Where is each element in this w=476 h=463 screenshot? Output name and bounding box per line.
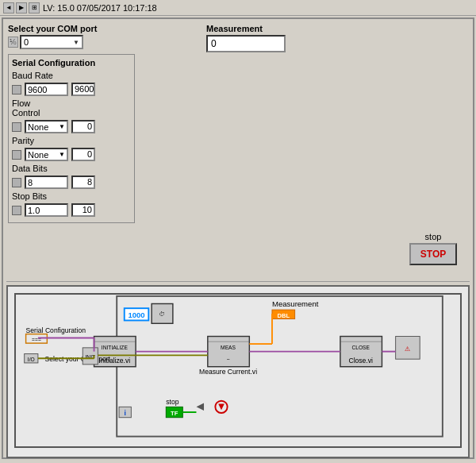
baud-rate-indicator: [12, 85, 21, 95]
baud-rate-label: Baud Rate: [12, 71, 60, 80]
stop-button[interactable]: STOP: [409, 243, 457, 265]
measurement-box: Measurement 0: [206, 24, 286, 52]
svg-text:INITIALIZE: INITIALIZE: [102, 345, 129, 350]
svg-text:MEAS: MEAS: [221, 345, 236, 350]
divider: [6, 281, 470, 282]
parity-display: 0: [71, 148, 95, 161]
baud-rate-display: 9600: [71, 83, 95, 96]
svg-text:⚠: ⚠: [405, 345, 410, 353]
flow-control-combo[interactable]: None ▼: [25, 120, 68, 133]
stop-bits-input[interactable]: [25, 203, 68, 217]
serial-config-box: Serial Configuration Baud Rate 9600 Flow…: [8, 54, 135, 223]
baud-rate-input-row: 9600: [12, 83, 131, 96]
svg-text:⏱: ⏱: [159, 311, 166, 318]
stop-area: stop STOP: [409, 232, 457, 265]
svg-text:I/O: I/O: [28, 357, 35, 362]
title-bar: ◄ ▶ ⊞ LV: 15.0 07/05/2017 10:17:18: [0, 0, 476, 16]
main-window: Select your COM port ⅟₀ 0 ▼ Serial Confi…: [2, 17, 474, 459]
svg-text:Serial Configuration: Serial Configuration: [26, 326, 86, 334]
stop-bits-indicator: [12, 206, 21, 215]
flow-control-input-row: None ▼ 0: [12, 120, 131, 133]
measurement-label: Measurement: [206, 24, 286, 33]
arrow-icon[interactable]: ◄: [3, 2, 14, 14]
title-bar-icons: ◄ ▶ ⊞: [3, 2, 40, 14]
parity-input-row: None ▼ 0: [12, 148, 131, 161]
com-port-combo[interactable]: 0 ▼: [20, 35, 83, 49]
left-section: Select your COM port ⅟₀ 0 ▼ Serial Confi…: [8, 24, 135, 276]
parity-indicator: [12, 150, 21, 160]
arrow2-icon[interactable]: ▶: [16, 2, 27, 14]
svg-text:~: ~: [227, 357, 230, 362]
parity-row: Parity: [12, 136, 131, 145]
data-bits-indicator: [12, 178, 21, 187]
svg-text:CLOSE: CLOSE: [351, 345, 370, 350]
svg-text:Measure Current.vi: Measure Current.vi: [199, 368, 257, 376]
diagram-inner: 1000 ⏱ Measurement DBL MEAS ~ Measure Cu…: [14, 293, 462, 448]
parity-combo[interactable]: None ▼: [25, 148, 68, 161]
svg-marker-44: [196, 403, 204, 411]
serial-config-title: Serial Configuration: [12, 58, 131, 68]
measurement-value: 0: [206, 35, 286, 52]
data-bits-label: Data Bits: [12, 164, 60, 173]
svg-text:stop: stop: [166, 398, 178, 406]
title-bar-text: LV: 15.0 07/05/2017 10:17:18: [43, 3, 157, 13]
grid-icon[interactable]: ⊞: [29, 2, 40, 14]
svg-text:TF: TF: [171, 410, 178, 417]
scroll-indicator: ⅟₀: [8, 37, 18, 48]
flow-control-label: Flow Control: [12, 98, 60, 118]
data-bits-input-row: 8: [12, 176, 131, 189]
svg-text:Close.vi: Close.vi: [348, 357, 373, 365]
flow-control-indicator: [12, 122, 21, 132]
data-bits-input[interactable]: [25, 176, 68, 189]
com-select-row: ⅟₀ 0 ▼: [8, 35, 135, 49]
svg-text:DBL: DBL: [277, 312, 290, 319]
data-bits-row: Data Bits: [12, 164, 131, 173]
stop-bits-label: Stop Bits: [12, 191, 60, 201]
front-panel: Select your COM port ⅟₀ 0 ▼ Serial Confi…: [3, 19, 473, 281]
svg-text:Measurement: Measurement: [272, 299, 319, 308]
stop-bits-input-row: 10: [12, 203, 131, 217]
parity-arrow-icon: ▼: [59, 151, 65, 158]
stop-bits-row: Stop Bits: [12, 191, 131, 201]
com-port-label: Select your COM port: [8, 24, 135, 33]
flow-control-row: Flow Control: [12, 98, 131, 118]
combo-arrow-icon: ▼: [73, 39, 79, 46]
parity-label: Parity: [12, 136, 60, 145]
baud-rate-input[interactable]: [25, 83, 68, 96]
svg-marker-46: [218, 404, 225, 411]
svg-text:1000: 1000: [128, 311, 144, 319]
svg-text:i: i: [125, 409, 126, 417]
com-port-group: Select your COM port ⅟₀ 0 ▼: [8, 24, 135, 49]
block-diagram: 1000 ⏱ Measurement DBL MEAS ~ Measure Cu…: [6, 285, 470, 458]
stop-label: stop: [409, 232, 457, 241]
flow-control-arrow-icon: ▼: [59, 123, 65, 130]
data-bits-display: 8: [71, 176, 95, 189]
diagram-svg: 1000 ⏱ Measurement DBL MEAS ~ Measure Cu…: [16, 295, 460, 446]
flow-control-display: 0: [71, 120, 95, 133]
stop-bits-display: 10: [71, 203, 95, 217]
baud-rate-row: Baud Rate: [12, 71, 131, 80]
